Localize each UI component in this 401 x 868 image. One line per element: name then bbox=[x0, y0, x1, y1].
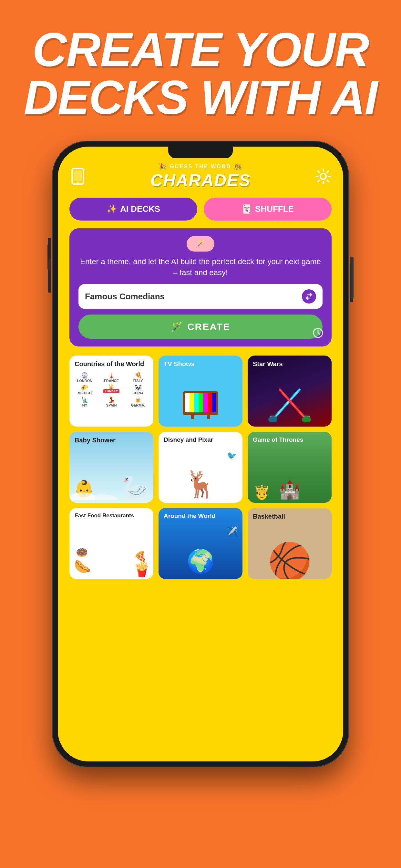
card-fastfood[interactable]: Fast Food Restaurants 🌭 🍟 🍕 bbox=[69, 508, 153, 579]
gear-icon[interactable] bbox=[315, 168, 332, 185]
shuffle-label: SHUFFLE bbox=[255, 204, 294, 214]
ai-decks-label: AI DECKS bbox=[120, 204, 160, 214]
app-subtitle: GUESS THE WORD bbox=[170, 164, 231, 169]
deer-illustration: 🦌 bbox=[184, 469, 217, 500]
card-grid: Countries of the World 🎡LONDON 🗼FRANCE 🍕… bbox=[69, 355, 332, 579]
card-disney[interactable]: Disney and Pixar 🦌 🐦 bbox=[158, 432, 243, 503]
svg-rect-14 bbox=[191, 415, 194, 419]
card-tvshows-title: TV Shows bbox=[158, 360, 243, 368]
ai-description: Enter a theme, and let the AI build the … bbox=[79, 256, 322, 278]
flag-china: 🐼CHINA bbox=[125, 384, 151, 395]
svg-rect-10 bbox=[198, 393, 203, 412]
card-babyshower[interactable]: Baby Shower 🦢 👶 bbox=[69, 432, 153, 503]
pizza-emoji: 🍕 bbox=[134, 551, 147, 563]
volume-up-button[interactable] bbox=[48, 238, 51, 260]
svg-rect-8 bbox=[189, 393, 194, 412]
volume-down-button[interactable] bbox=[48, 270, 51, 292]
svg-rect-1 bbox=[74, 170, 82, 181]
svg-line-17 bbox=[274, 390, 299, 419]
card-starwars[interactable]: Star Wars bbox=[248, 355, 332, 427]
phone-device: 🎉 GUESS THE WORD 🎊 CHARADES bbox=[52, 141, 349, 767]
header-line2: DECKS WITH AI bbox=[0, 73, 401, 121]
flag-london: 🎡LONDON bbox=[72, 372, 97, 383]
king-emoji: 🤴 bbox=[253, 485, 270, 500]
card-baby-title: Baby Shower bbox=[69, 436, 153, 444]
svg-rect-13 bbox=[212, 393, 216, 412]
flag-italy: 🍕ITALY bbox=[125, 372, 151, 383]
history-icon[interactable] bbox=[312, 327, 324, 340]
clouds bbox=[69, 487, 153, 501]
flag-germany: 🍺GERMA. bbox=[125, 396, 151, 407]
svg-line-20 bbox=[280, 390, 306, 419]
card-got[interactable]: Game of Thrones 🏰 🤴 bbox=[248, 432, 332, 503]
svg-point-2 bbox=[77, 182, 79, 184]
flag-turkey: 🕌TURKEY bbox=[99, 384, 124, 395]
sparkle-icon: ✨ bbox=[106, 204, 117, 214]
notch bbox=[168, 147, 233, 158]
flag-france: 🗼FRANCE bbox=[99, 372, 124, 383]
shuffle-button[interactable]: 🃏 SHUFFLE bbox=[204, 197, 332, 221]
create-label: CREATE bbox=[187, 321, 230, 332]
card-fastfood-title: Fast Food Restaurants bbox=[69, 513, 153, 519]
flag-ny: 🗽NY bbox=[72, 396, 97, 407]
card-disney-title: Disney and Pixar bbox=[158, 436, 243, 444]
power-button[interactable] bbox=[350, 264, 353, 302]
svg-rect-12 bbox=[208, 393, 212, 412]
header-section: CREATE YOUR DECKS WITH AI bbox=[0, 0, 401, 141]
flag-mexico: 🌮MEXICO bbox=[72, 384, 97, 395]
top-bar: 🎉 GUESS THE WORD 🎊 CHARADES bbox=[69, 163, 332, 190]
action-buttons: ✨ AI DECKS 🃏 SHUFFLE bbox=[69, 197, 332, 221]
card-countries[interactable]: Countries of the World 🎡LONDON 🗼FRANCE 🍕… bbox=[69, 355, 153, 427]
svg-rect-9 bbox=[194, 393, 198, 412]
input-shuffle-button[interactable] bbox=[302, 289, 316, 304]
input-row bbox=[79, 284, 322, 309]
card-basketball[interactable]: Basketball 🏀 bbox=[248, 508, 332, 579]
create-wand-icon: 🪄 bbox=[171, 321, 183, 332]
header-line1: CREATE YOUR bbox=[0, 26, 401, 73]
card-tvshows[interactable]: TV Shows bbox=[158, 355, 243, 427]
wand-icon: 🪄 bbox=[196, 239, 205, 248]
tv-illustration bbox=[181, 388, 220, 422]
plane-emoji: ✈️ bbox=[226, 526, 238, 537]
globe-illustration: 🌍 bbox=[187, 548, 215, 575]
card-countries-title: Countries of the World bbox=[69, 360, 153, 368]
lightsaber-illustration bbox=[267, 383, 312, 423]
logo-area: 🎉 GUESS THE WORD 🎊 CHARADES bbox=[150, 163, 251, 190]
app-title: CHARADES bbox=[150, 170, 251, 190]
phone-wrapper: 🎉 GUESS THE WORD 🎊 CHARADES bbox=[0, 141, 401, 767]
ai-decks-button[interactable]: ✨ AI DECKS bbox=[69, 197, 197, 221]
create-button[interactable]: 🪄 CREATE bbox=[79, 314, 322, 339]
svg-rect-11 bbox=[203, 393, 208, 412]
card-got-title: Game of Thrones bbox=[248, 436, 332, 444]
cards-icon: 🃏 bbox=[242, 204, 252, 214]
wand-badge-container: 🪄 bbox=[79, 236, 322, 252]
phone-icon bbox=[69, 168, 86, 185]
svg-rect-15 bbox=[207, 415, 210, 419]
flag-spain: 💃SPAIN bbox=[99, 396, 124, 407]
ai-panel: 🪄 Enter a theme, and let the AI build th… bbox=[69, 228, 332, 346]
phone-screen: 🎉 GUESS THE WORD 🎊 CHARADES bbox=[58, 147, 343, 762]
card-world-title: Around the World bbox=[158, 513, 243, 520]
svg-point-3 bbox=[320, 174, 326, 179]
card-starwars-title: Star Wars bbox=[248, 360, 332, 368]
bird-emoji: 🐦 bbox=[227, 451, 237, 460]
card-basketball-title: Basketball bbox=[248, 513, 332, 520]
basketball-illustration: 🏀 bbox=[268, 540, 312, 579]
fries-emoji: 🍟 bbox=[133, 562, 150, 578]
wand-badge: 🪄 bbox=[187, 236, 214, 252]
screen-content: 🎉 GUESS THE WORD 🎊 CHARADES bbox=[58, 147, 343, 762]
castle-illustration: 🏰 bbox=[279, 479, 301, 500]
hotdog-emoji: 🌭 bbox=[74, 559, 91, 575]
card-world[interactable]: Around the World 🌍 ✈️ bbox=[158, 508, 243, 579]
donut-emoji: 🍩 bbox=[76, 547, 88, 558]
theme-input[interactable] bbox=[85, 291, 297, 302]
svg-rect-7 bbox=[185, 393, 189, 412]
